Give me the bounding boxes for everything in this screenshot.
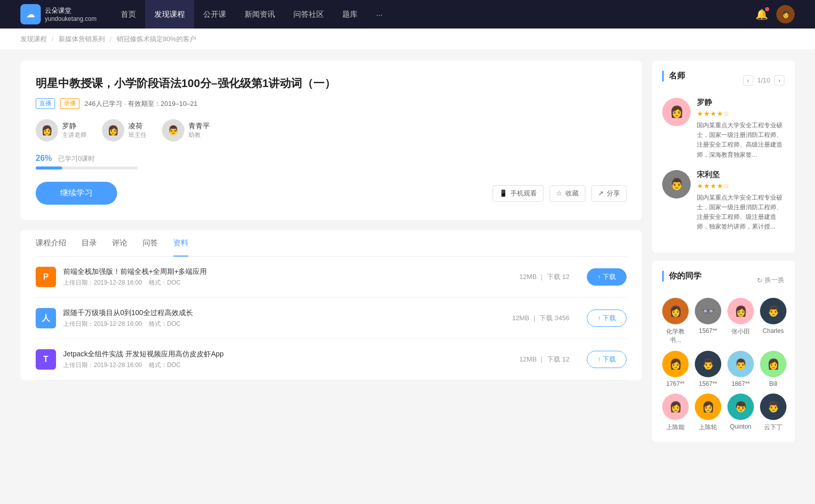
student-item-上陈轮[interactable]: 👩 上陈轮 bbox=[695, 394, 721, 432]
student-avatar: 👓 bbox=[695, 298, 721, 324]
breadcrumb: 发现课程 / 新媒体营销系列 / 销冠修炼术搞定80%的客户 bbox=[0, 29, 815, 50]
collect-button[interactable]: ☆ 收藏 bbox=[550, 185, 585, 202]
teacher-info: 凌荷 班主任 bbox=[128, 122, 147, 139]
teachers-sidebar-list: 👩 罗静 ★★★★☆ 国内某重点大学安全工程专业硕士，国家一级注册消防工程师、注… bbox=[662, 98, 784, 232]
teachers-sidebar-header: 名师 ‹ 1/10 › bbox=[662, 71, 784, 90]
user-avatar[interactable]: 👩 bbox=[776, 5, 795, 23]
student-item-Bill[interactable]: 👩 Bill bbox=[760, 351, 786, 387]
teacher-info: 罗静 主讲老师 bbox=[62, 122, 87, 139]
sidebar-teacher-avatar: 👨 bbox=[662, 170, 691, 199]
tab-评论[interactable]: 评论 bbox=[112, 230, 127, 256]
share-icon: ↗ bbox=[598, 189, 604, 197]
resource-item-1: 人 跟随千万级项目从0到100全过程高效成长 上传日期：2019-12-28 1… bbox=[36, 298, 627, 339]
course-students: 246人已学习 · 有效期至：2019–10–21 bbox=[85, 99, 198, 108]
nav-right: 🔔 👩 bbox=[755, 5, 795, 23]
student-item-云下丁[interactable]: 👨 云下丁 bbox=[760, 394, 786, 432]
sidebar-teacher-stars: ★★★★☆ bbox=[697, 182, 784, 190]
resource-stats-2: 12MB ｜ 下载 12 bbox=[520, 355, 569, 364]
student-name: 张小田 bbox=[731, 327, 750, 336]
download-button-0[interactable]: ↑ 下载 bbox=[587, 268, 627, 286]
teacher-罗静: 👩 罗静 主讲老师 bbox=[36, 119, 87, 142]
teacher-name: 罗静 bbox=[62, 122, 87, 131]
logo[interactable]: ☁ 云朵课堂 yundouketang.com bbox=[20, 4, 96, 24]
teachers-sidebar-title: 名师 bbox=[662, 71, 685, 81]
breadcrumb-item-0[interactable]: 发现课程 bbox=[20, 35, 47, 43]
student-name: 1567** bbox=[699, 327, 717, 334]
nav-item-首页[interactable]: 首页 bbox=[112, 0, 145, 29]
continue-button[interactable]: 继续学习 bbox=[36, 182, 117, 205]
tab-目录[interactable]: 目录 bbox=[82, 230, 97, 256]
sidebar-teacher-name: 罗静 bbox=[697, 98, 784, 107]
logo-subtitle: yundouketang.com bbox=[45, 15, 96, 22]
tabs: 课程介绍目录评论问答资料 bbox=[36, 230, 627, 257]
student-item-1767**[interactable]: 👩 1767** bbox=[662, 351, 689, 387]
teacher-role: 助教 bbox=[188, 131, 210, 139]
student-avatar: 👩 bbox=[695, 394, 721, 420]
breadcrumb-item-2[interactable]: 销冠修炼术搞定80%的客户 bbox=[117, 35, 196, 43]
student-item-Charles[interactable]: 👨 Charles bbox=[760, 298, 786, 345]
download-button-2[interactable]: ↑ 下载 bbox=[587, 351, 627, 368]
student-avatar: 👨 bbox=[760, 298, 786, 324]
sidebar-teacher-罗静: 👩 罗静 ★★★★☆ 国内某重点大学安全工程专业硕士，国家一级注册消防工程师、注… bbox=[662, 98, 784, 160]
student-item-1867**[interactable]: 👨 1867** bbox=[727, 351, 754, 387]
nav-item-新闻资讯[interactable]: 新闻资讯 bbox=[235, 0, 284, 29]
tab-课程介绍[interactable]: 课程介绍 bbox=[36, 230, 66, 256]
student-item-化学教书...[interactable]: 👩 化学教书... bbox=[662, 298, 689, 345]
students-sidebar-title: 你的同学 bbox=[662, 271, 701, 282]
student-name: Bill bbox=[769, 380, 777, 387]
nav-item-···[interactable]: ··· bbox=[367, 0, 392, 29]
resource-name-1: 跟随千万级项目从0到100全过程高效成长 bbox=[63, 309, 505, 318]
share-button[interactable]: ↗ 分享 bbox=[591, 185, 627, 202]
nav-item-发现课程[interactable]: 发现课程 bbox=[145, 0, 194, 29]
sidebar-teacher-stars: ★★★★☆ bbox=[697, 109, 784, 118]
teacher-role: 班主任 bbox=[128, 131, 147, 139]
resource-info-2: Jetpack全组件实战 开发短视频应用高仿皮皮虾App 上传日期：2019-1… bbox=[63, 350, 512, 370]
resource-name-2: Jetpack全组件实战 开发短视频应用高仿皮皮虾App bbox=[63, 350, 512, 359]
student-name: 1767** bbox=[666, 380, 685, 387]
student-avatar: 👩 bbox=[662, 298, 689, 324]
teachers-next-button[interactable]: › bbox=[774, 75, 784, 86]
progress-bar-fill bbox=[36, 166, 62, 170]
student-avatar: 👩 bbox=[662, 394, 689, 420]
nav-item-公开课[interactable]: 公开课 bbox=[194, 0, 235, 29]
resource-list: P 前端全栈加强版！前端全栈+全周期+多端应用 上传日期：2019-12-28 … bbox=[36, 257, 627, 380]
content-area: 明星中教授课，小学阶段语法100分–强化级第1讲动词（一） 直播 录播 246人… bbox=[20, 61, 642, 450]
badge-record: 录播 bbox=[60, 98, 79, 109]
student-avatar: 👩 bbox=[727, 298, 754, 324]
teacher-青青平: 👨 青青平 助教 bbox=[162, 119, 210, 142]
student-name: 1567** bbox=[699, 380, 717, 387]
navbar: ☁ 云朵课堂 yundouketang.com 首页发现课程公开课新闻资讯问答社… bbox=[0, 0, 815, 29]
tab-资料[interactable]: 资料 bbox=[173, 230, 188, 256]
students-header: 你的同学 ↻ 换一换 bbox=[662, 271, 784, 290]
breadcrumb-separator: / bbox=[108, 35, 114, 43]
main-layout: 明星中教授课，小学阶段语法100分–强化级第1讲动词（一） 直播 录播 246人… bbox=[0, 50, 815, 460]
breadcrumb-separator: / bbox=[50, 35, 56, 43]
mobile-watch-button[interactable]: 📱 手机观看 bbox=[493, 185, 544, 202]
tab-问答[interactable]: 问答 bbox=[143, 230, 158, 256]
student-item-上陈能[interactable]: 👩 上陈能 bbox=[662, 394, 689, 432]
refresh-button[interactable]: ↻ 换一换 bbox=[757, 275, 784, 285]
student-avatar: 👨 bbox=[695, 351, 721, 377]
nav-item-问答社区[interactable]: 问答社区 bbox=[284, 0, 333, 29]
student-item-Quinton[interactable]: 👦 Quinton bbox=[727, 394, 754, 432]
teacher-avatar: 👩 bbox=[102, 119, 124, 142]
teachers-row: 👩 罗静 主讲老师 👩 凌荷 班主任 👨 青青平 助教 bbox=[36, 119, 627, 142]
student-item-1567**[interactable]: 👓 1567** bbox=[695, 298, 721, 345]
teacher-avatar: 👩 bbox=[36, 119, 58, 142]
download-button-1[interactable]: ↑ 下载 bbox=[587, 310, 627, 327]
student-item-1567**[interactable]: 👨 1567** bbox=[695, 351, 721, 387]
students-grid: 👩 化学教书... 👓 1567** 👩 张小田 👨 Charles 👩 176… bbox=[662, 298, 784, 432]
tabs-card: 课程介绍目录评论问答资料 P 前端全栈加强版！前端全栈+全周期+多端应用 上传日… bbox=[20, 230, 642, 380]
mobile-icon: 📱 bbox=[499, 189, 507, 197]
breadcrumb-item-1[interactable]: 新媒体营销系列 bbox=[59, 35, 105, 43]
sidebar-teacher-avatar: 👩 bbox=[662, 98, 691, 126]
refresh-icon: ↻ bbox=[757, 276, 763, 284]
sidebar-teacher-desc: 国内某重点大学安全工程专业硕士，国家一级注册消防工程师、注册安全工程师、高级注册… bbox=[697, 121, 784, 160]
notification-bell[interactable]: 🔔 bbox=[755, 8, 768, 20]
progress-bar-bg bbox=[36, 166, 138, 170]
student-item-张小田[interactable]: 👩 张小田 bbox=[727, 298, 754, 345]
resource-info-1: 跟随千万级项目从0到100全过程高效成长 上传日期：2019-12-28 16:… bbox=[63, 309, 505, 328]
teachers-prev-button[interactable]: ‹ bbox=[743, 75, 753, 86]
nav-item-题库[interactable]: 题库 bbox=[333, 0, 367, 29]
teacher-name: 青青平 bbox=[188, 122, 210, 131]
